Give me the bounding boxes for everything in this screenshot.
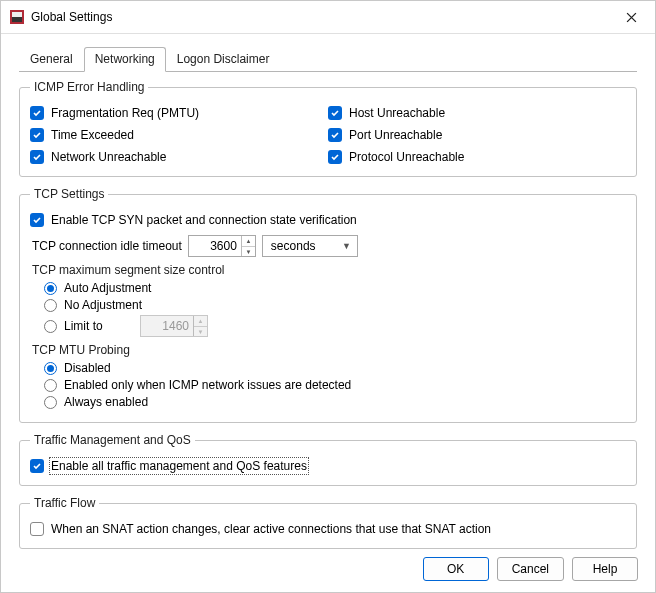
chevron-down-icon: ▼ bbox=[194, 326, 207, 336]
checkbox-enable-qos[interactable]: Enable all traffic management and QoS fe… bbox=[30, 459, 626, 473]
tab-bar: General Networking Logon Disclaimer bbox=[19, 46, 637, 72]
check-icon bbox=[30, 106, 44, 120]
radio-icon bbox=[44, 379, 57, 392]
check-icon bbox=[30, 128, 44, 142]
checkbox-port-unreachable[interactable]: Port Unreachable bbox=[328, 128, 626, 142]
idle-timeout-input[interactable]: 3600 ▲▼ bbox=[188, 235, 256, 257]
radio-mtu-disabled[interactable]: Disabled bbox=[44, 361, 626, 375]
icmp-legend: ICMP Error Handling bbox=[30, 80, 148, 94]
idle-timeout-unit[interactable]: seconds ▼ bbox=[262, 235, 358, 257]
chevron-down-icon[interactable]: ▼ bbox=[242, 246, 255, 256]
checkbox-fragmentation[interactable]: Fragmentation Req (PMTU) bbox=[30, 106, 328, 120]
select-value: seconds bbox=[271, 239, 316, 253]
radio-icon bbox=[44, 396, 57, 409]
check-icon bbox=[328, 106, 342, 120]
radio-icon bbox=[44, 320, 57, 333]
radio-label: Always enabled bbox=[64, 395, 148, 409]
dialog-content: General Networking Logon Disclaimer ICMP… bbox=[1, 34, 655, 573]
radio-label: No Adjustment bbox=[64, 298, 142, 312]
checkbox-label: Fragmentation Req (PMTU) bbox=[51, 106, 199, 120]
tab-networking[interactable]: Networking bbox=[84, 47, 166, 72]
checkbox-label: Enable all traffic management and QoS fe… bbox=[51, 459, 307, 473]
radio-mtu-always[interactable]: Always enabled bbox=[44, 395, 626, 409]
qos-legend: Traffic Management and QoS bbox=[30, 433, 195, 447]
app-icon bbox=[9, 9, 25, 25]
tcp-legend: TCP Settings bbox=[30, 187, 108, 201]
radio-label: Auto Adjustment bbox=[64, 281, 151, 295]
checkbox-host-unreachable[interactable]: Host Unreachable bbox=[328, 106, 626, 120]
tab-logon-disclaimer[interactable]: Logon Disclaimer bbox=[166, 47, 281, 72]
close-icon bbox=[626, 12, 637, 23]
checkbox-label: Host Unreachable bbox=[349, 106, 445, 120]
ok-button[interactable]: OK bbox=[423, 557, 489, 581]
checkbox-snat-clear[interactable]: When an SNAT action changes, clear activ… bbox=[30, 522, 626, 536]
radio-mss-limit[interactable]: Limit to 1460 ▲▼ bbox=[44, 315, 626, 337]
radio-icon bbox=[44, 362, 57, 375]
checkbox-network-unreachable[interactable]: Network Unreachable bbox=[30, 150, 328, 164]
icmp-group: ICMP Error Handling Fragmentation Req (P… bbox=[19, 80, 637, 177]
checkbox-label: Network Unreachable bbox=[51, 150, 166, 164]
check-icon bbox=[30, 459, 44, 473]
radio-label: Limit to bbox=[64, 319, 122, 333]
chevron-up-icon[interactable]: ▲ bbox=[242, 236, 255, 246]
checkbox-protocol-unreachable[interactable]: Protocol Unreachable bbox=[328, 150, 626, 164]
close-button[interactable] bbox=[617, 7, 645, 27]
idle-timeout-row: TCP connection idle timeout 3600 ▲▼ seco… bbox=[32, 235, 626, 257]
spinner: ▲▼ bbox=[193, 316, 207, 336]
checkbox-label: When an SNAT action changes, clear activ… bbox=[51, 522, 491, 536]
tcp-group: TCP Settings Enable TCP SYN packet and c… bbox=[19, 187, 637, 423]
chevron-down-icon: ▼ bbox=[342, 241, 351, 251]
mss-label: TCP maximum segment size control bbox=[32, 263, 626, 277]
radio-mss-auto[interactable]: Auto Adjustment bbox=[44, 281, 626, 295]
checkbox-label: Protocol Unreachable bbox=[349, 150, 464, 164]
radio-label: Disabled bbox=[64, 361, 111, 375]
chevron-up-icon: ▲ bbox=[194, 316, 207, 326]
checkbox-label: Time Exceeded bbox=[51, 128, 134, 142]
svg-rect-2 bbox=[12, 17, 22, 22]
dialog-buttons: OK Cancel Help bbox=[423, 557, 638, 581]
check-icon bbox=[30, 150, 44, 164]
radio-icon bbox=[44, 282, 57, 295]
radio-icon bbox=[44, 299, 57, 312]
check-icon bbox=[328, 150, 342, 164]
flow-legend: Traffic Flow bbox=[30, 496, 99, 510]
idle-timeout-value: 3600 bbox=[189, 239, 241, 253]
checkbox-label: Port Unreachable bbox=[349, 128, 442, 142]
checkbox-label: Enable TCP SYN packet and connection sta… bbox=[51, 213, 357, 227]
titlebar: Global Settings bbox=[1, 1, 655, 34]
cancel-button[interactable]: Cancel bbox=[497, 557, 564, 581]
radio-label: Enabled only when ICMP network issues ar… bbox=[64, 378, 351, 392]
radio-mss-none[interactable]: No Adjustment bbox=[44, 298, 626, 312]
tab-general[interactable]: General bbox=[19, 47, 84, 72]
check-icon bbox=[30, 522, 44, 536]
mtu-label: TCP MTU Probing bbox=[32, 343, 626, 357]
idle-timeout-label: TCP connection idle timeout bbox=[32, 239, 182, 253]
checkbox-enable-syn[interactable]: Enable TCP SYN packet and connection sta… bbox=[30, 213, 626, 227]
check-icon bbox=[328, 128, 342, 142]
mss-limit-value: 1460 bbox=[141, 319, 193, 333]
radio-mtu-auto[interactable]: Enabled only when ICMP network issues ar… bbox=[44, 378, 626, 392]
spinner[interactable]: ▲▼ bbox=[241, 236, 255, 256]
checkbox-time-exceeded[interactable]: Time Exceeded bbox=[30, 128, 328, 142]
help-button[interactable]: Help bbox=[572, 557, 638, 581]
window-title: Global Settings bbox=[31, 10, 617, 24]
mss-limit-input: 1460 ▲▼ bbox=[140, 315, 208, 337]
flow-group: Traffic Flow When an SNAT action changes… bbox=[19, 496, 637, 549]
qos-group: Traffic Management and QoS Enable all tr… bbox=[19, 433, 637, 486]
check-icon bbox=[30, 213, 44, 227]
